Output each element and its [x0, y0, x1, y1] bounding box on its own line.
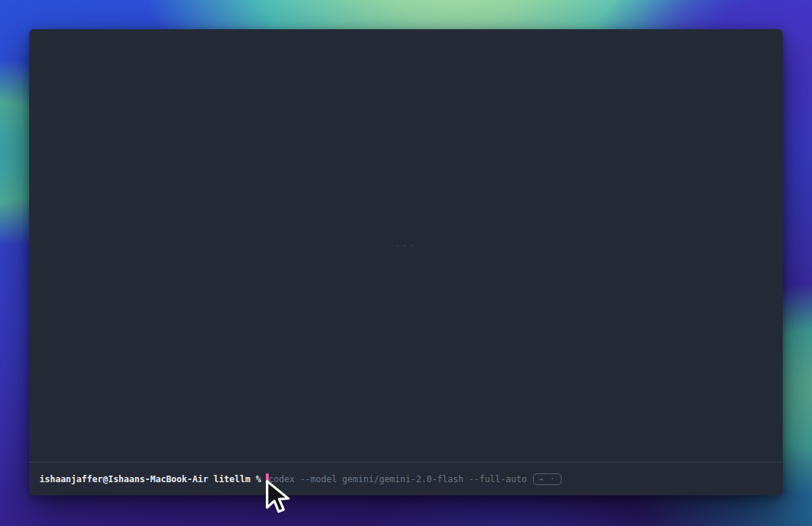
desktop-screen: ··· ishaanjaffer@Ishaans-MacBook-Air lit…	[0, 0, 812, 526]
autosuggestion-text: codex --model gemini/gemini-2.0-flash --…	[268, 473, 526, 485]
shell-prompt: ishaanjaffer@Ishaans-MacBook-Air litellm…	[39, 473, 261, 485]
tab-accept-hint-icon: → ·	[533, 473, 561, 485]
terminal-scrollback[interactable]: ···	[29, 29, 783, 462]
terminal-command-line[interactable]: ishaanjaffer@Ishaans-MacBook-Air litellm…	[29, 462, 783, 495]
terminal-window[interactable]: ··· ishaanjaffer@Ishaans-MacBook-Air lit…	[29, 29, 783, 495]
terminal-ellipsis-text: ···	[396, 241, 417, 251]
